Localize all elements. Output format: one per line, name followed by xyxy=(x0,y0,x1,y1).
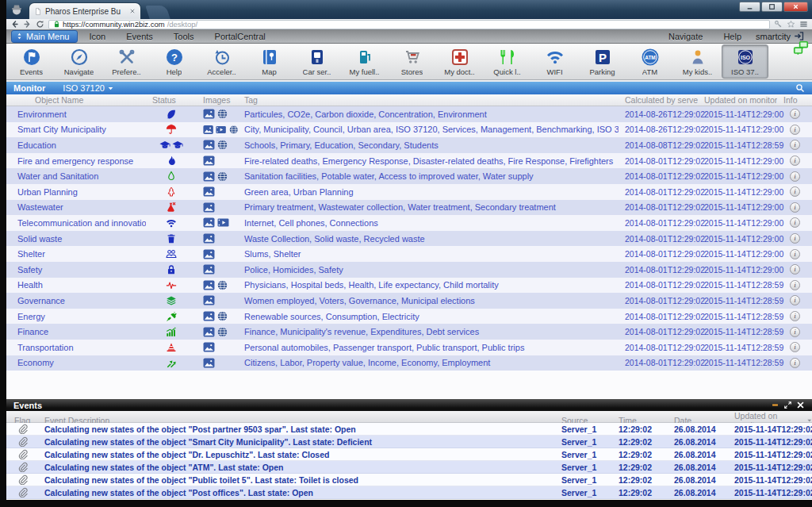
menu-item[interactable]: Icon xyxy=(79,32,115,41)
tag-cell[interactable]: Renewable sources, Consumption, Electric… xyxy=(238,312,619,321)
toolbar-button[interactable]: P Parking xyxy=(579,44,626,79)
object-name-link[interactable]: Fire and emergency response xyxy=(6,156,146,166)
info-button[interactable]: i xyxy=(790,264,800,275)
flag-cell[interactable] xyxy=(6,449,38,459)
toolbar-button[interactable]: Acceler.. xyxy=(198,44,245,79)
main-menu-button[interactable]: Main Menu xyxy=(11,30,78,43)
info-button[interactable]: i xyxy=(790,327,800,337)
toolbar-button[interactable]: Car ser.. xyxy=(293,44,340,79)
table-row[interactable]: Economy Citizens, Labor, Property value,… xyxy=(6,355,812,371)
tag-cell[interactable]: Physicians, Hospital beds, Health, Life … xyxy=(238,280,619,290)
object-name-link[interactable]: Energy xyxy=(6,312,146,321)
toolbar-button[interactable]: ? Help xyxy=(151,44,197,79)
table-row[interactable]: Energy Renewable sources, Consumption, E… xyxy=(6,309,812,325)
object-name-link[interactable]: Urban Planning xyxy=(6,187,146,197)
tag-cell[interactable]: Primary treatment, Wastewater collection… xyxy=(238,202,619,212)
table-row[interactable]: Shelter Slums, Shelter 2014-08-01T12:29:… xyxy=(6,246,812,262)
object-name-link[interactable]: Education xyxy=(6,140,146,150)
info-button[interactable]: i xyxy=(790,156,800,166)
media-cell[interactable] xyxy=(197,217,238,228)
info-button[interactable]: i xyxy=(790,202,800,213)
col-images[interactable]: Images xyxy=(197,95,238,105)
tag-cell[interactable]: Fire-related deaths, Emergency Response,… xyxy=(238,156,619,166)
toolbar-button[interactable]: Prefere.. xyxy=(103,44,150,79)
media-cell[interactable] xyxy=(197,140,238,150)
event-description[interactable]: Calculating new states of the object "Pu… xyxy=(38,475,555,485)
col-calculated[interactable]: Calculated by server xyxy=(619,95,698,105)
menu-item[interactable]: PortalCentral xyxy=(205,32,275,41)
window-maximize-button[interactable] xyxy=(761,2,783,12)
key-icon[interactable] xyxy=(774,20,783,29)
menu-item[interactable]: Events xyxy=(117,32,163,41)
object-name-link[interactable]: Shelter xyxy=(6,249,146,259)
info-button[interactable]: i xyxy=(790,186,800,197)
menu-item[interactable]: Tools xyxy=(164,32,204,41)
event-row[interactable]: Calculating new states of the object "Pu… xyxy=(6,474,812,486)
browser-menu-icon[interactable] xyxy=(799,20,808,29)
media-cell[interactable] xyxy=(197,171,238,182)
dataset-dropdown[interactable]: ISO 37120 xyxy=(63,83,114,93)
tag-cell[interactable]: Women employed, Voters, Governance, Muni… xyxy=(238,296,619,305)
table-row[interactable]: Finance Finance, Municipality's revenue,… xyxy=(6,324,812,340)
toolbar-button[interactable]: ISO ISO 37.. xyxy=(722,44,768,79)
table-row[interactable]: Fire and emergency response Fire-related… xyxy=(6,153,812,169)
col-updated[interactable]: Updated on monitor xyxy=(698,95,777,105)
table-row[interactable]: Solid waste Waste Collection, Solid wast… xyxy=(6,231,812,247)
media-cell[interactable] xyxy=(197,358,238,368)
panel-restore-icon[interactable] xyxy=(783,401,792,409)
object-name-link[interactable]: Finance xyxy=(6,327,146,336)
object-name-link[interactable]: Solid waste xyxy=(6,234,146,244)
tag-cell[interactable]: Waste Collection, Solid waste, Recycled … xyxy=(238,234,619,244)
event-row[interactable]: Calculating new states of the object "Sm… xyxy=(6,436,812,448)
flag-cell[interactable] xyxy=(6,462,38,472)
table-row[interactable]: Health Physicians, Hospital beds, Health… xyxy=(6,278,812,294)
object-name-link[interactable]: Smart City Municipality xyxy=(6,125,146,134)
toolbar-button[interactable]: My fuell.. xyxy=(341,44,388,79)
table-row[interactable]: Transportation Personal automobiles, Pas… xyxy=(6,340,812,355)
browser-tab[interactable]: Pharos Enterprise Bu xyxy=(29,2,141,19)
media-cell[interactable] xyxy=(197,233,238,244)
window-minimize-button[interactable] xyxy=(739,2,760,12)
object-name-link[interactable]: Transportation xyxy=(6,343,146,352)
object-name-link[interactable]: Water and Sanitation xyxy=(6,171,146,181)
media-cell[interactable] xyxy=(197,280,238,290)
table-row[interactable]: Smart City Municipality City, Municipali… xyxy=(6,122,812,138)
media-cell[interactable] xyxy=(197,249,238,259)
object-name-link[interactable]: Wastewater xyxy=(6,202,146,212)
table-row[interactable]: Environment Particules, CO2e, Carbon dio… xyxy=(6,106,812,122)
media-cell[interactable] xyxy=(197,109,238,119)
object-name-link[interactable]: Telecommunication and innovation xyxy=(6,218,146,228)
flag-cell[interactable] xyxy=(6,424,38,434)
tag-cell[interactable]: Police, Homicides, Safety xyxy=(238,265,619,275)
toolbar-button[interactable]: WIFI xyxy=(531,44,578,79)
info-button[interactable]: i xyxy=(790,233,800,244)
info-button[interactable]: i xyxy=(790,358,800,368)
event-row[interactable]: Calculating new states of the object "Po… xyxy=(6,423,812,436)
table-row[interactable]: Governance Women employed, Voters, Gover… xyxy=(6,293,812,309)
tab-close-icon[interactable] xyxy=(129,8,136,14)
tag-cell[interactable]: Finance, Municipality's revenue, Expendi… xyxy=(238,327,619,336)
media-cell[interactable] xyxy=(197,125,238,135)
flag-cell[interactable] xyxy=(6,474,38,485)
media-cell[interactable] xyxy=(197,327,238,337)
table-row[interactable]: Water and Sanitation Sanitation faciliti… xyxy=(6,168,812,184)
info-button[interactable]: i xyxy=(790,140,800,150)
event-description[interactable]: Calculating new states of the object "Sm… xyxy=(38,437,555,447)
tag-cell[interactable]: Green area, Urban Planning xyxy=(238,187,619,197)
tag-cell[interactable]: Sanitation facilities, Potable water, Ac… xyxy=(238,171,619,181)
col-status[interactable]: Status xyxy=(146,95,197,105)
panel-minimize-icon[interactable] xyxy=(771,401,779,409)
tag-cell[interactable]: Citizens, Labor, Property value, Income,… xyxy=(238,358,619,367)
tag-cell[interactable]: Internet, Cell phones, Connections xyxy=(238,218,619,228)
event-row[interactable]: Calculating new states of the object "Po… xyxy=(6,486,812,499)
info-button[interactable]: i xyxy=(790,217,800,228)
info-button[interactable]: i xyxy=(790,249,800,259)
tag-cell[interactable]: Particules, CO2e, Carbon dioxide, Concen… xyxy=(238,109,619,119)
new-tab-button[interactable] xyxy=(145,6,170,19)
media-cell[interactable] xyxy=(197,311,238,321)
event-row[interactable]: Calculating new states of the object "AT… xyxy=(6,461,812,474)
media-cell[interactable] xyxy=(197,156,238,166)
toolbar-button[interactable]: ATM ATM xyxy=(626,44,673,79)
toolbar-button[interactable]: Map xyxy=(246,44,293,79)
object-name-link[interactable]: Safety xyxy=(6,265,146,275)
